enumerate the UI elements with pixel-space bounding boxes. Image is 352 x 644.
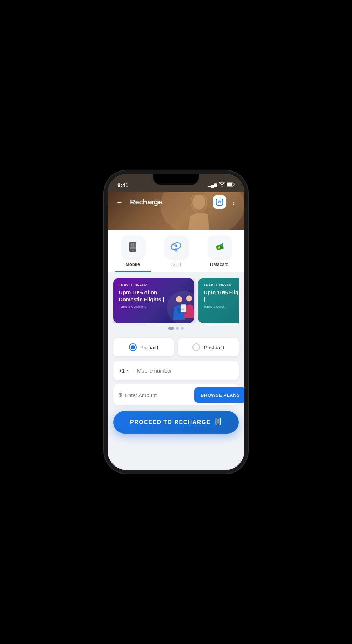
dot-1[interactable] (168, 327, 174, 330)
offers-icon-button[interactable] (213, 195, 226, 209)
dot-3[interactable] (181, 327, 184, 330)
battery-icon (227, 182, 235, 188)
header-title: Recharge (130, 198, 209, 206)
svg-point-6 (220, 202, 221, 203)
header-actions: ⋮ (213, 195, 239, 209)
back-button[interactable]: ← (113, 196, 126, 208)
app-header: ← Recharge ⋮ (108, 192, 244, 213)
proceed-button-label: PROCEED TO RECHARGE (130, 419, 211, 425)
proceed-phone-icon (214, 418, 222, 427)
svg-point-34 (218, 424, 218, 424)
tab-datacard[interactable]: Datacard (201, 236, 237, 272)
country-code-chevron-icon: ▾ (126, 368, 128, 373)
datacard-label: Datacard (210, 262, 229, 267)
offer-title-1: Upto 10% of on Domestic Flights | (119, 289, 164, 303)
phone-input-container: +1 ▾ (113, 361, 239, 380)
offer-title-2: Upto 10% Flights | (204, 289, 239, 303)
browse-plans-button[interactable]: BROWSE PLANS (194, 387, 244, 403)
svg-rect-33 (216, 419, 219, 424)
offer-tag-2: TRAVEL OFFER (204, 283, 239, 287)
offer-tag-1: TRAVEL OFFER (119, 283, 188, 287)
amount-input[interactable] (125, 392, 191, 398)
amount-input-container: $ BROWSE PLANS (113, 384, 239, 405)
svg-rect-1 (227, 183, 232, 186)
notch (153, 174, 199, 185)
tab-dth[interactable]: DTH (158, 236, 194, 272)
svg-rect-12 (130, 245, 131, 247)
svg-point-24 (222, 243, 223, 244)
offers-carousel: TRAVEL OFFER Upto 10% of on Domestic Fli… (113, 278, 239, 323)
offer-terms-2: Terms & Cond... (204, 305, 239, 308)
status-icons: ▂▄▆ (208, 182, 235, 188)
postpaid-radio (192, 343, 200, 351)
currency-symbol: $ (119, 392, 122, 398)
offer-card-2[interactable]: TRAVEL OFFER Upto 10% Flights | Terms & … (198, 278, 239, 323)
wifi-icon (219, 182, 225, 188)
offer-illustration-1 (162, 290, 194, 323)
offer-card-1[interactable]: TRAVEL OFFER Upto 10% of on Domestic Fli… (113, 278, 194, 323)
content-area: Mobile DTH (108, 230, 244, 470)
offers-section: TRAVEL OFFER Upto 10% of on Domestic Fli… (108, 272, 244, 334)
proceed-button[interactable]: PROCEED TO RECHARGE (113, 411, 239, 434)
postpaid-label: Postpaid (204, 344, 224, 350)
mobile-icon (127, 241, 138, 253)
prepaid-radio (129, 343, 137, 351)
dth-icon (170, 241, 182, 253)
country-code-value: +1 (119, 368, 125, 374)
svg-point-5 (218, 201, 219, 202)
signal-icon: ▂▄▆ (208, 182, 217, 187)
svg-rect-11 (134, 243, 136, 245)
svg-point-26 (176, 296, 182, 302)
svg-rect-14 (134, 245, 136, 247)
mobile-icon-wrapper (122, 236, 144, 258)
back-arrow-icon: ← (116, 198, 123, 206)
tab-mobile[interactable]: Mobile (115, 236, 151, 272)
svg-rect-10 (132, 243, 133, 245)
payment-type-selector: Prepaid Postpaid (113, 338, 239, 356)
dth-label: DTH (171, 262, 181, 267)
datacard-icon-wrapper (208, 236, 230, 258)
prepaid-label: Prepaid (140, 344, 158, 350)
percent-tag-icon (216, 198, 223, 206)
svg-point-27 (186, 295, 192, 301)
carousel-indicators (113, 323, 239, 331)
svg-point-15 (132, 250, 134, 251)
svg-point-19 (175, 245, 177, 247)
phone-number-input[interactable] (133, 368, 233, 374)
dot-2[interactable] (176, 327, 179, 330)
svg-rect-9 (130, 243, 131, 245)
hero-section: ← Recharge ⋮ (108, 192, 244, 230)
country-code-selector[interactable]: +1 ▾ (119, 368, 133, 374)
more-options-icon[interactable]: ⋮ (229, 196, 239, 208)
prepaid-button[interactable]: Prepaid (113, 338, 174, 356)
phone-frame: 9:41 ▂▄▆ (108, 174, 244, 470)
mobile-label: Mobile (126, 262, 140, 267)
svg-rect-13 (132, 245, 133, 247)
postpaid-button[interactable]: Postpaid (178, 338, 239, 356)
datacard-icon (213, 241, 225, 253)
category-tabs: Mobile DTH (108, 230, 244, 272)
status-time: 9:41 (117, 182, 128, 188)
dth-icon-wrapper (165, 236, 187, 258)
